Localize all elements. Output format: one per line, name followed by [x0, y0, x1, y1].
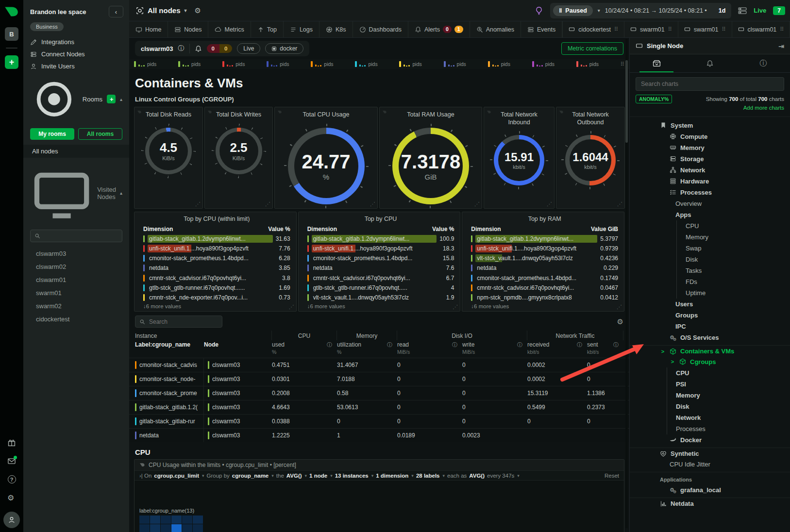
top-table-row[interactable]: gitlab-stack_gitlab.1.2dvympn6linwt...10…: [307, 234, 454, 244]
nav-tab-metrics[interactable]: Metrics: [208, 21, 251, 37]
heatmap-cell[interactable]: [161, 515, 171, 524]
column-used[interactable]: used%ⓘ: [272, 340, 337, 358]
table-search[interactable]: [135, 316, 222, 328]
heatmap-cell[interactable]: [139, 524, 150, 532]
menu-item-storage[interactable]: Storage: [630, 153, 790, 165]
menu-item-hardware[interactable]: Hardware: [630, 176, 790, 187]
heatmap-cell[interactable]: [182, 524, 192, 532]
column-read[interactable]: readMiB/sⓘ: [397, 340, 462, 358]
anomaly-thumbnail[interactable]: pids: [399, 61, 443, 67]
sidebar-collapse-icon[interactable]: ⇥: [778, 42, 784, 50]
gauge-total-disk-reads[interactable]: Total Disk Reads4.5KiB/s⋰: [134, 107, 203, 209]
drag-grip-icon[interactable]: ⠿: [722, 26, 725, 33]
menu-item-containers-vms[interactable]: >Containers & VMs: [630, 345, 790, 356]
anomaly-thumbnail[interactable]: pids: [134, 61, 178, 67]
table-settings-gear-icon[interactable]: ⚙: [617, 317, 623, 326]
anomaly-thumbnail[interactable]: pids: [488, 61, 532, 67]
resize-handle-icon[interactable]: ⋰: [453, 304, 458, 310]
visited-nodes-header[interactable]: Visited Nodes ▴: [23, 158, 129, 227]
docker-pill[interactable]: docker: [265, 43, 303, 54]
main-scrollbar[interactable]: [625, 39, 628, 528]
sidebar-item-connect-nodes[interactable]: Connect Nodes: [23, 48, 129, 60]
heatmap-cell[interactable]: [150, 515, 160, 524]
resize-handle-icon[interactable]: ⋰: [474, 201, 480, 207]
column-sent[interactable]: sentkbit/sⓘ: [587, 340, 623, 358]
metric-correlations-button[interactable]: Metric correlations: [561, 42, 623, 55]
top-table-row[interactable]: gtlb-stck_gtlb-runner.i67q0povhqt.....4: [307, 283, 454, 293]
gauge-total-ram-usage[interactable]: Total RAM Usage7.3178GiB⋰: [379, 107, 482, 209]
nav-tab-logs[interactable]: Logs: [284, 21, 319, 37]
control-token[interactable]: 28 labels: [416, 473, 440, 479]
rooms-collapse-chevron-icon[interactable]: ▴: [120, 97, 122, 102]
drag-grip-icon[interactable]: ⠿: [780, 26, 784, 33]
node-tab-cidockertest[interactable]: cidockertest⠿: [562, 21, 624, 37]
menu-item-grafana-local[interactable]: ⚙⚙grafana_local: [630, 484, 790, 496]
menu-item-synthetic[interactable]: Synthetic: [630, 448, 790, 459]
control-token[interactable]: AVG(): [469, 473, 485, 479]
top-table-row[interactable]: cmonitor-stack_prometheus.1.4bdpd...0.17…: [471, 273, 618, 283]
menu-item-uptime[interactable]: Uptime: [676, 287, 790, 299]
menu-item-docker[interactable]: Docker: [630, 434, 790, 446]
help-icon[interactable]: ?: [8, 475, 16, 483]
drag-grip-icon[interactable]: ⠿: [668, 26, 672, 33]
add-more-charts-link[interactable]: Add more charts: [706, 103, 784, 112]
top-table-row[interactable]: netdata0.229: [471, 263, 618, 273]
nav-tab-alerts[interactable]: Alerts01: [408, 21, 470, 37]
nav-tab-nodes[interactable]: Nodes: [168, 21, 208, 37]
table-search-input[interactable]: [148, 318, 218, 326]
nav-tab-dashboards[interactable]: Dashboards: [353, 21, 408, 37]
top-table-row[interactable]: unfi-stck_unifi.1....hoya890f3gop4pzvft1…: [307, 244, 454, 253]
menu-item-groups[interactable]: Groups: [630, 310, 790, 321]
scrollbar-thumb[interactable]: [625, 60, 628, 143]
room-settings-gear-icon[interactable]: ⚙: [195, 6, 201, 15]
menu-item-disk[interactable]: Disk: [667, 401, 790, 412]
more-values-link[interactable]: ↓6 more values: [307, 303, 454, 309]
menu-item-cpu[interactable]: CPU: [676, 220, 790, 232]
resize-handle-icon[interactable]: ⋰: [617, 304, 622, 310]
menu-item-network[interactable]: Network: [630, 165, 790, 176]
top-table-row[interactable]: unfi-stck_unifi.1....hoya890f3gop4pzvft7…: [143, 244, 290, 253]
info-icon[interactable]: ⓘ: [327, 341, 332, 349]
gift-icon[interactable]: [7, 438, 16, 447]
info-icon[interactable]: ⓘ: [452, 341, 457, 349]
top-table-row[interactable]: cmntr-stck_cadvisor.i67q0povhqt6yi...6.7: [307, 273, 454, 283]
sidebar-collapse-button[interactable]: ‹: [109, 6, 123, 17]
info-icon[interactable]: ⓘ: [577, 341, 582, 349]
table-row-cmonitor-stack-node-[interactable]: cmonitor-stack_node-clswarm030.03017.018…: [129, 372, 629, 386]
column-utilization[interactable]: utilization%ⓘ: [337, 340, 397, 358]
info-icon[interactable]: ⓘ: [613, 341, 619, 349]
sidebar-item-invite-users[interactable]: Invite Users: [23, 60, 129, 72]
menu-item-ipc[interactable]: IPC: [630, 321, 790, 332]
menu-item-memory[interactable]: Memory: [630, 142, 790, 153]
anomaly-thumbnail[interactable]: pids: [532, 61, 576, 67]
chevron-right-icon[interactable]: >: [660, 349, 666, 354]
gauge-total-network-outbound[interactable]: Total Network Outbound1.6044kbit/s⋰: [556, 107, 625, 209]
inbox-icon[interactable]: [7, 457, 16, 466]
add-space-button[interactable]: +: [5, 55, 18, 69]
top-table-row[interactable]: gitlab-stack_gitlab.1.2dvympn6linwt...5.…: [471, 234, 618, 244]
control-token[interactable]: cgroup.cpu_limit: [154, 473, 199, 479]
top-table-row[interactable]: netdata3.85: [143, 263, 290, 273]
top-table-row[interactable]: vlt-stck_vault.1....dnwqy05ayh53l7clz1.9: [307, 293, 454, 302]
resize-handle-icon[interactable]: ⋰: [195, 201, 201, 207]
add-room-button[interactable]: +: [107, 95, 116, 103]
anomaly-rate-badge[interactable]: ANOMALY%: [636, 95, 672, 103]
menu-item-cgroups[interactable]: >Cgroups: [630, 356, 790, 367]
resize-handle-icon[interactable]: ⋰: [289, 304, 294, 310]
anomaly-thumbnail[interactable]: pids: [444, 61, 488, 67]
column-received[interactable]: receivedkbit/sⓘ: [527, 340, 587, 358]
anomaly-thumbnail[interactable]: pids: [576, 61, 621, 67]
news-panel-icon[interactable]: [738, 7, 747, 15]
visited-node-item[interactable]: clswarm02: [23, 260, 129, 273]
top-table-row[interactable]: gitlab-stack_gitlab.1.2dvympn6linwt...31…: [143, 234, 290, 244]
workspace-avatar[interactable]: B: [5, 27, 18, 41]
alerts-bell-icon[interactable]: [195, 45, 202, 52]
anomaly-thumbnail[interactable]: pids: [311, 61, 355, 67]
table-row-cmonitor-stack-prome[interactable]: cmonitor-stack_promeclswarm030.20080.580…: [129, 386, 629, 400]
sidebar-item-integrations[interactable]: Integrations: [23, 36, 129, 48]
nav-tab-k8s[interactable]: K8s: [319, 21, 353, 37]
control-token[interactable]: 13 instances: [335, 473, 369, 479]
top-table-row[interactable]: cmntr-stck_cadvisor.i67q0povhqt6yi...0.0…: [471, 283, 618, 293]
control-token[interactable]: the: [276, 473, 284, 479]
room-item-all-nodes[interactable]: All nodes: [23, 145, 129, 158]
